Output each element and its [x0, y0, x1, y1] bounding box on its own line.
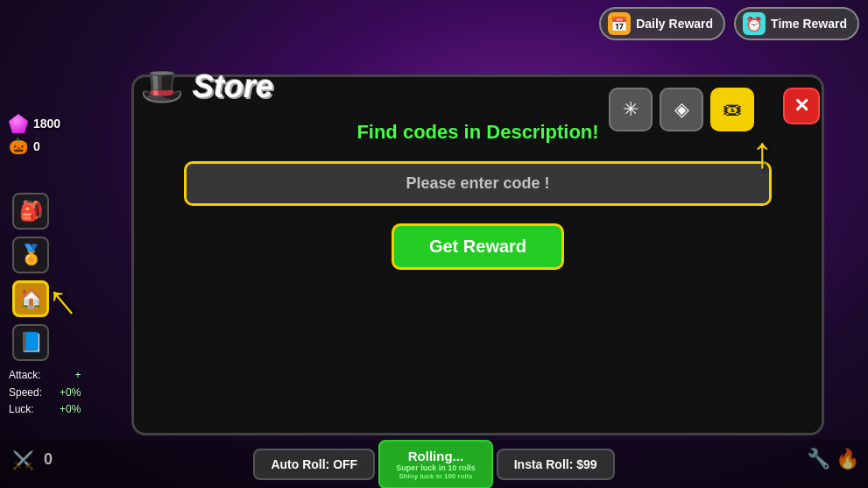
currency-panel: 1800 🎃 0: [9, 114, 60, 156]
rolling-sub-label: Super luck in 10 rolls: [396, 463, 476, 472]
get-reward-label: Get Reward: [429, 237, 526, 256]
store-button[interactable]: 🏠: [12, 280, 49, 317]
luck-value: +0%: [60, 401, 81, 418]
pumpkin-row: 🎃 0: [9, 137, 60, 156]
time-reward-label: Time Reward: [771, 17, 847, 31]
gem-icon: [9, 114, 28, 133]
auto-roll-label: Auto Roll: OFF: [271, 457, 357, 471]
medal-button[interactable]: 🏅: [12, 237, 49, 273]
code-input[interactable]: [187, 164, 769, 203]
get-reward-button[interactable]: Get Reward: [392, 223, 564, 270]
auto-roll-button[interactable]: Auto Roll: OFF: [253, 449, 375, 480]
dialog-content: Find codes in Description! Get Reward: [152, 121, 804, 270]
top-bar: 📅 Daily Reward ⏰ Time Reward: [599, 7, 859, 40]
code-input-wrapper: [184, 161, 772, 206]
bottom-bar: Auto Roll: OFF Rolling... Super luck in …: [0, 440, 868, 488]
rolling-main-label: Rolling...: [408, 449, 463, 463]
pumpkin-icon: 🎃: [9, 137, 28, 156]
close-icon: ✕: [794, 95, 809, 117]
tab-ticket-button[interactable]: 🎟: [710, 88, 754, 131]
daily-reward-button[interactable]: 📅 Daily Reward: [599, 7, 725, 40]
store-title-area: 🎩 Store: [140, 66, 273, 107]
close-button[interactable]: ✕: [783, 88, 820, 124]
gems-row: 1800: [9, 114, 60, 133]
insta-roll-button[interactable]: Insta Roll: $99: [497, 449, 615, 480]
insta-roll-label: Insta Roll: $99: [514, 457, 597, 471]
attack-label: Attack:: [9, 367, 41, 384]
rolling-button[interactable]: Rolling... Super luck in 10 rolls Shiny …: [378, 440, 493, 489]
store-title: Store: [193, 68, 273, 105]
tab-gem-button[interactable]: ◈: [660, 88, 703, 131]
tab-star-button[interactable]: ✳: [609, 88, 653, 131]
attack-value: +: [74, 367, 81, 384]
find-codes-text: Find codes in Description!: [356, 121, 598, 144]
rolling-sub2-label: Shiny luck in 100 rolls: [399, 472, 472, 480]
store-hat-icon: 🎩: [140, 66, 184, 107]
daily-reward-label: Daily Reward: [636, 17, 713, 31]
speed-value: +0%: [60, 385, 81, 401]
side-icons-panel: 🎒 🏅 🏠 📘: [12, 193, 49, 361]
gems-value: 1800: [33, 117, 60, 131]
backpack-button[interactable]: 🎒: [12, 193, 49, 230]
time-reward-icon: ⏰: [743, 12, 766, 35]
speed-label: Speed:: [9, 385, 42, 401]
pumpkin-value: 0: [33, 139, 40, 153]
tab-buttons: ✳ ◈ 🎟: [609, 88, 754, 131]
luck-label: Luck:: [9, 401, 34, 418]
stats-panel: Attack: + Speed: +0% Luck: +0%: [9, 367, 81, 418]
daily-reward-icon: 📅: [608, 12, 631, 35]
book-button[interactable]: 📘: [12, 324, 49, 361]
time-reward-button[interactable]: ⏰ Time Reward: [734, 7, 859, 40]
